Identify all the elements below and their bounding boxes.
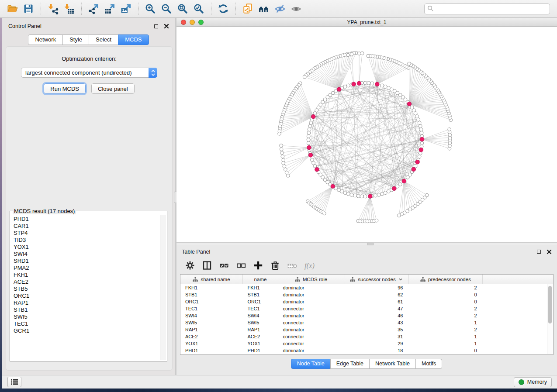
mcds-result-item[interactable]: SRD1 xyxy=(14,258,160,265)
mcds-result-item[interactable]: STP4 xyxy=(14,230,160,237)
export-table-button[interactable] xyxy=(103,2,117,16)
table-panel-float-button[interactable] xyxy=(537,250,541,254)
horizontal-splitter[interactable] xyxy=(176,242,557,245)
table-row[interactable]: SWI5SWI5connector431 xyxy=(180,319,553,326)
control-panel-title: Control Panel xyxy=(8,23,42,29)
control-panel-float-button[interactable] xyxy=(154,24,158,28)
table-panel: Table Panel f(x) shared namenameMCDS rol… xyxy=(176,245,557,375)
control-panel-close-button[interactable] xyxy=(164,24,169,29)
settings-button[interactable] xyxy=(183,259,197,272)
table-row[interactable]: SWI4SWI4dominator462 xyxy=(180,312,553,319)
network-canvas[interactable] xyxy=(176,27,557,242)
table-row[interactable]: ACE2ACE2connector311 xyxy=(180,333,553,340)
window-close-traffic-light[interactable] xyxy=(181,20,186,25)
mcds-result-item[interactable]: ORC1 xyxy=(14,292,160,299)
copy-session-button[interactable] xyxy=(241,2,255,16)
hide-selected-button[interactable] xyxy=(273,2,287,16)
table-scrollbar[interactable] xyxy=(547,284,553,354)
table-row[interactable]: ORC1ORC1dominator610 xyxy=(180,298,553,305)
task-history-button[interactable] xyxy=(7,377,21,387)
mcds-result-item[interactable]: YOX1 xyxy=(14,244,160,251)
mcds-result-scrollbar[interactable] xyxy=(160,215,166,360)
mcds-result-item[interactable]: STB1 xyxy=(14,306,160,313)
table-tabs: Node TableEdge TableNetwork TableMotifs xyxy=(176,359,557,369)
tab-select[interactable]: Select xyxy=(89,34,118,45)
save-session-button[interactable] xyxy=(22,2,35,16)
memory-status-icon xyxy=(519,379,524,385)
mcds-panel: Optimization criterion: largest connecte… xyxy=(6,46,173,371)
optimization-criterion-select[interactable]: largest connected component (undirected) xyxy=(21,68,157,78)
toolbar-separator xyxy=(81,3,82,15)
window-minimize-traffic-light[interactable] xyxy=(190,20,195,25)
fx-button: f(x) xyxy=(303,259,316,272)
show-all-button[interactable] xyxy=(290,2,303,16)
run-mcds-button[interactable]: Run MCDS xyxy=(44,83,86,94)
mcds-result-item[interactable]: SWI4 xyxy=(14,251,160,258)
network-edges xyxy=(310,85,420,195)
mcds-result-item[interactable]: ACE2 xyxy=(14,279,160,285)
column-header-successor-nodes[interactable]: successor nodes xyxy=(344,275,409,284)
mcds-result-item[interactable]: TEC1 xyxy=(14,320,160,327)
clear-selection-button[interactable] xyxy=(235,259,248,272)
tab-node-table[interactable]: Node Table xyxy=(291,359,331,369)
optimization-criterion-value: largest connected component (undirected) xyxy=(25,69,132,76)
table-row[interactable]: FKH1FKH1dominator962 xyxy=(180,284,553,292)
select-all-button[interactable] xyxy=(218,259,231,272)
destroy-table-button xyxy=(286,259,299,272)
zoom-in-button[interactable] xyxy=(144,2,157,16)
delete-button[interactable] xyxy=(269,259,282,272)
zoom-out-button[interactable] xyxy=(160,2,173,16)
import-table-button[interactable] xyxy=(62,2,76,16)
mcds-result-item[interactable]: STB5 xyxy=(14,285,160,292)
columns-button[interactable] xyxy=(201,259,214,272)
window-maximize-traffic-light[interactable] xyxy=(198,20,204,25)
mcds-result-item[interactable]: CAR1 xyxy=(14,223,160,230)
node-table: shared namenameMCDS rolesuccessor nodesp… xyxy=(180,274,554,355)
table-panel-close-button[interactable] xyxy=(547,249,552,254)
table-scrollbar-thumb[interactable] xyxy=(548,286,552,323)
tab-network[interactable]: Network xyxy=(28,34,63,45)
table-row[interactable]: PHD1PHD1dominator180 xyxy=(180,347,553,354)
tab-network-table[interactable]: Network Table xyxy=(369,359,416,369)
zoom-fit-button[interactable] xyxy=(176,2,190,16)
column-header-predecessor-nodes[interactable]: predecessor nodes xyxy=(409,275,483,284)
export-image-button[interactable] xyxy=(119,2,133,16)
open-file-button[interactable] xyxy=(6,2,19,16)
tab-style[interactable]: Style xyxy=(62,34,89,45)
tab-motifs[interactable]: Motifs xyxy=(415,359,442,369)
add-button[interactable] xyxy=(252,259,265,272)
column-type-icon xyxy=(350,277,355,282)
toolbar-separator xyxy=(41,3,41,15)
export-network-button[interactable] xyxy=(87,2,100,16)
mcds-result-item[interactable]: RAP1 xyxy=(14,299,160,306)
table-row[interactable]: TEC1TEC1connector472 xyxy=(180,305,553,312)
table-row[interactable]: YOX1YOX1connector291 xyxy=(180,340,553,347)
tab-mcds[interactable]: MCDS xyxy=(118,34,149,45)
memory-button[interactable]: Memory xyxy=(514,377,552,387)
mcds-result-item[interactable]: GCR1 xyxy=(14,327,160,334)
table-row[interactable]: STB1STB1dominator620 xyxy=(180,291,553,298)
refresh-button[interactable] xyxy=(217,2,230,16)
import-network-button[interactable] xyxy=(46,2,60,16)
toolbar-separator xyxy=(235,3,236,15)
column-type-icon xyxy=(420,277,426,282)
mcds-result-item[interactable]: SWI5 xyxy=(14,313,160,320)
column-header-filler xyxy=(483,275,554,284)
mcds-result-item[interactable]: PMA2 xyxy=(14,265,160,272)
sort-descending-icon xyxy=(398,277,403,282)
horizontal-splitter-handle[interactable] xyxy=(367,243,374,245)
tab-edge-table[interactable]: Edge Table xyxy=(330,359,370,369)
table-row[interactable]: RAP1RAP1dominator352 xyxy=(180,326,553,333)
mcds-result-item[interactable]: PHD1 xyxy=(14,216,160,223)
first-neighbors-button[interactable] xyxy=(257,2,271,16)
mcds-result-item[interactable]: FKH1 xyxy=(14,272,160,279)
zoom-selected-button[interactable] xyxy=(192,2,206,16)
list-icon xyxy=(10,378,19,385)
close-panel-button[interactable]: Close panel xyxy=(91,83,135,94)
mcds-result-item[interactable]: TID3 xyxy=(14,237,160,244)
mcds-result-group: MCDS result (17 nodes) PHD1CAR1STP4TID3Y… xyxy=(10,208,167,361)
column-header-mcds-role[interactable]: MCDS role xyxy=(278,275,344,284)
column-header-shared-name[interactable]: shared name xyxy=(180,275,243,284)
search-input[interactable] xyxy=(424,3,550,14)
column-header-name[interactable]: name xyxy=(243,275,278,284)
